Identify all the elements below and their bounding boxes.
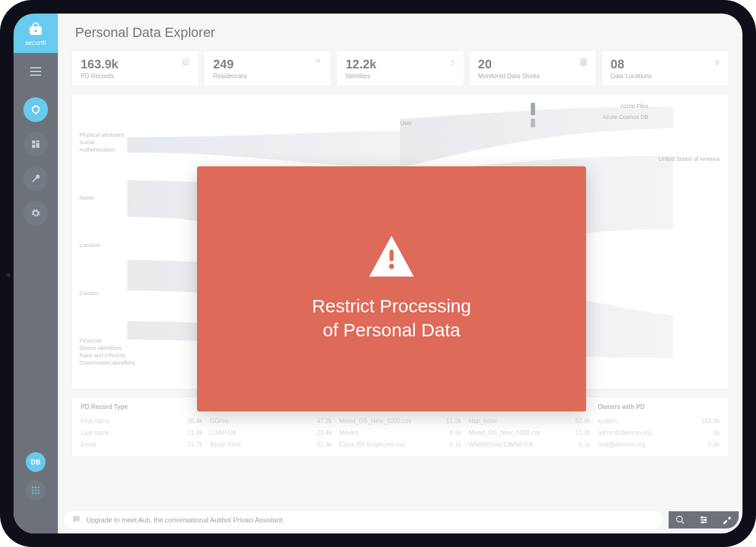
svg-point-5 bbox=[38, 490, 39, 492]
svg-rect-14 bbox=[531, 103, 535, 115]
stat-identities[interactable]: 12.2k Identities bbox=[336, 51, 464, 86]
table-row[interactable]: root@demoio.org9.4k bbox=[598, 439, 720, 450]
stat-value: 20 bbox=[478, 57, 587, 71]
grid-dots-icon bbox=[31, 485, 41, 495]
svg-rect-23 bbox=[390, 250, 394, 262]
app-switcher[interactable] bbox=[26, 480, 46, 500]
stat-pd-records[interactable]: 163.9k PD Records bbox=[71, 51, 199, 86]
user-avatar[interactable]: DB bbox=[26, 452, 46, 472]
stat-value: 163.9k bbox=[81, 57, 190, 71]
hammer-icon bbox=[722, 515, 732, 525]
stat-label: Monitored Data Stores bbox=[478, 73, 587, 79]
chat-bubble-icon bbox=[71, 514, 81, 525]
home-indicator bbox=[7, 274, 10, 277]
stat-label: PD Records bbox=[81, 73, 190, 79]
stat-data-locations[interactable]: 08 Data Locations bbox=[601, 51, 729, 86]
filters-button[interactable] bbox=[692, 511, 715, 529]
sankey-right-labels: United States of America bbox=[659, 156, 720, 162]
footer-actions bbox=[669, 511, 739, 529]
sankey-left-labels: Physical attributesSocialAuthentication … bbox=[79, 94, 135, 389]
brand-mark-icon bbox=[28, 21, 44, 37]
svg-point-4 bbox=[35, 490, 37, 492]
search-button[interactable] bbox=[669, 511, 692, 529]
svg-point-3 bbox=[32, 490, 34, 492]
table-row[interactable]: Class HR Employee.csv8.1k bbox=[339, 439, 461, 450]
menu-icon bbox=[30, 67, 41, 76]
hexagon-icon bbox=[30, 104, 41, 115]
stat-value: 249 bbox=[213, 57, 322, 71]
col-owners: Owners with PD system163.9k admin@demoio… bbox=[598, 403, 720, 450]
build-button[interactable] bbox=[715, 511, 739, 529]
sankey-right-top: Azure Files Azure Cosmos DB bbox=[603, 103, 648, 120]
stat-value: 08 bbox=[611, 57, 720, 71]
svg-point-22 bbox=[389, 264, 394, 269]
records-icon bbox=[181, 57, 191, 70]
table-row[interactable]: admin@demoio.org1k bbox=[598, 427, 720, 439]
table-row[interactable]: WildlifeDeep13MNP.KA8.1k bbox=[468, 439, 590, 450]
flag-icon bbox=[315, 57, 323, 70]
svg-rect-15 bbox=[531, 119, 535, 128]
nav-item-tools[interactable] bbox=[23, 166, 48, 191]
stat-label: Residencies bbox=[213, 73, 322, 79]
svg-point-17 bbox=[701, 517, 703, 519]
gear-icon bbox=[31, 208, 41, 218]
table-row[interactable]: system163.9k bbox=[598, 415, 720, 427]
database-icon bbox=[579, 57, 589, 70]
assistant-text: Upgrade to meet Auti, the conversational… bbox=[86, 516, 284, 524]
brand-logo[interactable]: securiti bbox=[14, 14, 58, 53]
warning-icon bbox=[369, 236, 414, 277]
table-row[interactable]: Mixed_DS_New_1000.csv11.2k bbox=[468, 427, 590, 439]
table-row[interactable]: Email21.7k bbox=[81, 439, 203, 450]
grid-icon bbox=[31, 139, 41, 149]
footer-bar: Upgrade to meet Auti, the conversational… bbox=[58, 510, 742, 533]
svg-point-6 bbox=[32, 492, 34, 494]
stat-data-stores[interactable]: 20 Monitored Data Stores bbox=[469, 51, 597, 86]
stat-label: Identities bbox=[345, 73, 454, 79]
table-row[interactable]: Mixed_DS_New_1000.csv11.2k bbox=[339, 415, 461, 427]
stat-value: 12.2k bbox=[345, 57, 454, 71]
svg-point-19 bbox=[702, 522, 704, 524]
table-row[interactable]: Azure Files22.9k bbox=[210, 439, 332, 450]
table-row[interactable]: Last name21.9k bbox=[81, 427, 203, 439]
restrict-processing-modal: Restrict Processing of Personal Data bbox=[197, 166, 586, 411]
page-title: Personal Data Explorer bbox=[58, 14, 742, 47]
stats-row: 163.9k PD Records 249 Residencies 12.2k … bbox=[71, 51, 729, 86]
modal-message: Restrict Processing of Personal Data bbox=[312, 294, 471, 342]
left-rail: securiti DB bbox=[14, 14, 58, 533]
app-screen: securiti DB bbox=[14, 14, 742, 533]
svg-point-7 bbox=[35, 492, 37, 494]
col-pd-record-type: PD Record Type First name26.4k Last name… bbox=[81, 403, 203, 450]
sliders-icon bbox=[699, 515, 709, 525]
table-row[interactable]: LDAP-UK23.4k bbox=[210, 427, 332, 439]
hamburger-menu[interactable] bbox=[26, 62, 46, 81]
svg-point-1 bbox=[35, 487, 37, 488]
svg-rect-12 bbox=[452, 63, 453, 66]
sankey-mid-label: User bbox=[400, 120, 412, 126]
stat-label: Data Locations bbox=[611, 73, 720, 79]
table-row[interactable]: GDrive47.2k bbox=[210, 415, 332, 427]
nav-item-settings[interactable] bbox=[23, 201, 48, 225]
table-row[interactable]: ldap_table52.4k bbox=[468, 415, 590, 427]
table-row[interactable]: Movies8.1k bbox=[339, 427, 461, 439]
identity-icon bbox=[449, 57, 456, 71]
nav-item-discover[interactable] bbox=[23, 97, 48, 122]
svg-point-0 bbox=[32, 487, 34, 488]
brand-text: securiti bbox=[25, 39, 46, 46]
table-row[interactable]: First name26.4k bbox=[81, 415, 203, 427]
svg-point-8 bbox=[38, 492, 39, 494]
svg-point-2 bbox=[38, 487, 39, 488]
svg-point-11 bbox=[451, 60, 454, 62]
location-icon bbox=[714, 57, 721, 71]
svg-point-16 bbox=[677, 516, 682, 522]
rail-nav bbox=[23, 97, 48, 225]
search-icon bbox=[675, 515, 685, 525]
assistant-bar[interactable]: Upgrade to meet Auti, the conversational… bbox=[64, 511, 662, 529]
svg-point-18 bbox=[704, 519, 706, 521]
svg-rect-10 bbox=[184, 58, 190, 63]
tablet-frame: securiti DB bbox=[0, 0, 756, 547]
stat-residencies[interactable]: 249 Residencies bbox=[204, 51, 331, 86]
nav-item-dashboard[interactable] bbox=[23, 132, 48, 156]
wrench-icon bbox=[31, 174, 41, 184]
